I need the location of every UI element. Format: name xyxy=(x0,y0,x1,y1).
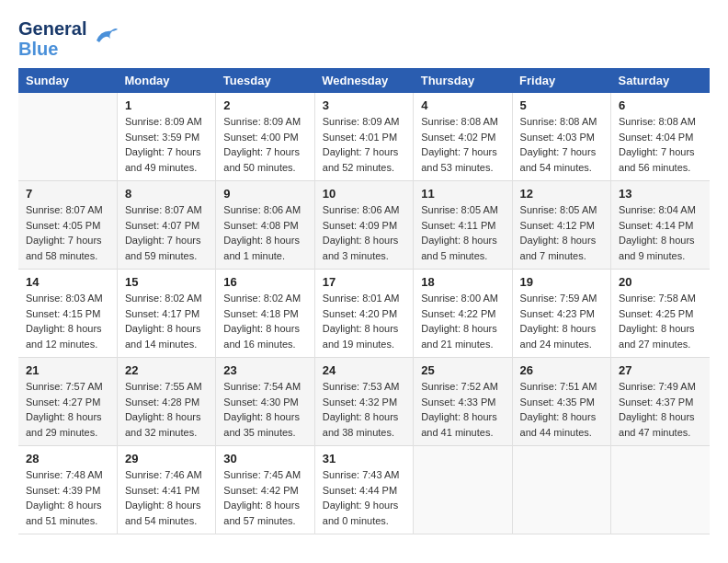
day-info-line: Sunrise: 8:08 AM xyxy=(520,116,597,127)
day-info-line: Daylight: 8 hours xyxy=(223,411,300,422)
day-info: Sunrise: 8:05 AMSunset: 4:11 PMDaylight:… xyxy=(421,202,504,263)
day-info-line: Sunrise: 7:54 AM xyxy=(223,381,301,392)
day-info-line: and 58 minutes. xyxy=(26,250,97,261)
week-row-3: 14Sunrise: 8:03 AMSunset: 4:15 PMDayligh… xyxy=(18,270,710,358)
day-info-line: and 0 minutes. xyxy=(323,515,389,526)
calendar-cell: 23Sunrise: 7:54 AMSunset: 4:30 PMDayligh… xyxy=(216,358,314,446)
logo-bird-icon xyxy=(92,22,119,56)
day-info-line: and 56 minutes. xyxy=(619,162,690,173)
day-info: Sunrise: 8:08 AMSunset: 4:03 PMDaylight:… xyxy=(520,114,603,175)
day-info-line: and 5 minutes. xyxy=(421,250,487,261)
day-info-line: Sunset: 4:09 PM xyxy=(323,220,397,231)
day-info-line: and 49 minutes. xyxy=(125,162,197,173)
day-number: 10 xyxy=(323,187,405,201)
day-info-line: Daylight: 7 hours xyxy=(125,235,201,246)
day-info-line: Sunrise: 8:06 AM xyxy=(323,204,400,215)
header-monday: Monday xyxy=(117,68,215,93)
day-number: 11 xyxy=(421,187,504,201)
day-info-line: and 1 minute. xyxy=(223,250,285,261)
day-info-line: and 47 minutes. xyxy=(619,427,690,438)
day-info-line: Sunrise: 8:07 AM xyxy=(26,204,103,215)
day-info: Sunrise: 8:07 AMSunset: 4:07 PMDaylight:… xyxy=(125,202,208,263)
week-row-4: 21Sunrise: 7:57 AMSunset: 4:27 PMDayligh… xyxy=(18,358,710,446)
day-info: Sunrise: 8:06 AMSunset: 4:08 PMDaylight:… xyxy=(223,202,306,263)
day-info: Sunrise: 8:09 AMSunset: 4:01 PMDaylight:… xyxy=(323,114,405,175)
day-info-line: Daylight: 9 hours xyxy=(323,500,399,511)
day-info-line: and 32 minutes. xyxy=(125,427,197,438)
day-number: 4 xyxy=(421,98,504,112)
day-info-line: Sunrise: 7:46 AM xyxy=(125,469,202,480)
day-info-line: Sunset: 4:03 PM xyxy=(520,132,595,143)
day-info-line: and 24 minutes. xyxy=(520,339,592,350)
day-info-line: Sunset: 4:30 PM xyxy=(223,396,298,408)
day-info-line: Sunset: 4:37 PM xyxy=(619,396,693,408)
day-info-line: Sunrise: 8:08 AM xyxy=(421,116,498,127)
day-number: 15 xyxy=(125,275,208,289)
day-info-line: and 19 minutes. xyxy=(323,339,394,350)
calendar-cell: 18Sunrise: 8:00 AMSunset: 4:22 PMDayligh… xyxy=(414,270,512,358)
calendar-cell: 21Sunrise: 7:57 AMSunset: 4:27 PMDayligh… xyxy=(18,358,117,446)
day-info-line: Daylight: 8 hours xyxy=(619,411,695,422)
week-row-1: 1Sunrise: 8:09 AMSunset: 3:59 PMDaylight… xyxy=(18,93,710,181)
day-info-line: and 27 minutes. xyxy=(619,339,690,350)
calendar-cell: 29Sunrise: 7:46 AMSunset: 4:41 PMDayligh… xyxy=(117,446,215,534)
day-info-line: and 3 minutes. xyxy=(323,250,389,261)
day-info-line: and 29 minutes. xyxy=(26,427,97,438)
header-thursday: Thursday xyxy=(414,68,512,93)
day-number: 19 xyxy=(520,275,603,289)
calendar-cell: 22Sunrise: 7:55 AMSunset: 4:28 PMDayligh… xyxy=(117,358,215,446)
calendar-cell: 9Sunrise: 8:06 AMSunset: 4:08 PMDaylight… xyxy=(216,181,314,270)
calendar-cell: 25Sunrise: 7:52 AMSunset: 4:33 PMDayligh… xyxy=(414,358,512,446)
day-number: 3 xyxy=(323,98,405,112)
day-info: Sunrise: 8:08 AMSunset: 4:02 PMDaylight:… xyxy=(421,114,504,175)
day-info-line: Daylight: 8 hours xyxy=(323,235,399,246)
day-info-line: Sunset: 4:27 PM xyxy=(26,396,100,408)
day-info: Sunrise: 8:02 AMSunset: 4:18 PMDaylight:… xyxy=(223,291,306,351)
day-number: 14 xyxy=(26,275,109,289)
day-info-line: and 54 minutes. xyxy=(125,515,197,526)
day-info-line: Daylight: 8 hours xyxy=(619,323,695,334)
day-info-line: Sunset: 4:23 PM xyxy=(520,308,595,319)
calendar-cell: 27Sunrise: 7:49 AMSunset: 4:37 PMDayligh… xyxy=(611,358,710,446)
day-info: Sunrise: 7:57 AMSunset: 4:27 PMDaylight:… xyxy=(26,379,109,440)
day-info: Sunrise: 8:00 AMSunset: 4:22 PMDaylight:… xyxy=(421,291,504,351)
day-info-line: Sunrise: 8:06 AM xyxy=(223,204,301,215)
day-info-line: Daylight: 7 hours xyxy=(26,235,102,246)
day-number: 7 xyxy=(26,187,109,201)
day-info-line: and 53 minutes. xyxy=(421,162,493,173)
calendar-cell: 31Sunrise: 7:43 AMSunset: 4:44 PMDayligh… xyxy=(314,446,413,534)
day-info-line: Sunrise: 7:49 AM xyxy=(619,381,696,392)
day-number: 8 xyxy=(125,187,208,201)
calendar-cell: 24Sunrise: 7:53 AMSunset: 4:32 PMDayligh… xyxy=(314,358,413,446)
day-info-line: and 52 minutes. xyxy=(323,162,394,173)
calendar-cell xyxy=(18,93,117,181)
day-number: 22 xyxy=(125,363,208,377)
calendar-cell: 15Sunrise: 8:02 AMSunset: 4:17 PMDayligh… xyxy=(117,270,215,358)
day-number: 31 xyxy=(323,452,405,465)
day-info-line: and 7 minutes. xyxy=(520,250,586,261)
day-info: Sunrise: 8:09 AMSunset: 4:00 PMDaylight:… xyxy=(223,114,306,175)
day-info-line: Daylight: 8 hours xyxy=(421,411,497,422)
logo: General Blue xyxy=(18,18,119,59)
day-info-line: Sunset: 4:44 PM xyxy=(323,485,397,496)
day-info: Sunrise: 7:46 AMSunset: 4:41 PMDaylight:… xyxy=(125,467,208,528)
day-info-line: Daylight: 8 hours xyxy=(520,235,597,246)
day-info-line: Daylight: 7 hours xyxy=(421,146,497,157)
day-number: 13 xyxy=(619,187,702,201)
day-info-line: Daylight: 8 hours xyxy=(26,500,102,511)
day-info-line: Daylight: 8 hours xyxy=(125,323,201,334)
day-info-line: and 12 minutes. xyxy=(26,339,97,350)
day-info-line: Sunrise: 8:07 AM xyxy=(125,204,202,215)
calendar-cell xyxy=(414,446,512,534)
calendar-cell: 14Sunrise: 8:03 AMSunset: 4:15 PMDayligh… xyxy=(18,270,117,358)
day-number: 6 xyxy=(619,98,702,112)
day-info: Sunrise: 7:54 AMSunset: 4:30 PMDaylight:… xyxy=(223,379,306,440)
day-info-line: Sunrise: 8:02 AM xyxy=(223,293,301,304)
day-info-line: Sunrise: 8:05 AM xyxy=(520,204,597,215)
calendar-cell: 7Sunrise: 8:07 AMSunset: 4:05 PMDaylight… xyxy=(18,181,117,270)
day-info-line: Sunrise: 7:48 AM xyxy=(26,469,103,480)
day-info: Sunrise: 8:07 AMSunset: 4:05 PMDaylight:… xyxy=(26,202,109,263)
header-row: SundayMondayTuesdayWednesdayThursdayFrid… xyxy=(18,68,710,93)
day-number: 24 xyxy=(323,363,405,377)
calendar-cell: 17Sunrise: 8:01 AMSunset: 4:20 PMDayligh… xyxy=(314,270,413,358)
